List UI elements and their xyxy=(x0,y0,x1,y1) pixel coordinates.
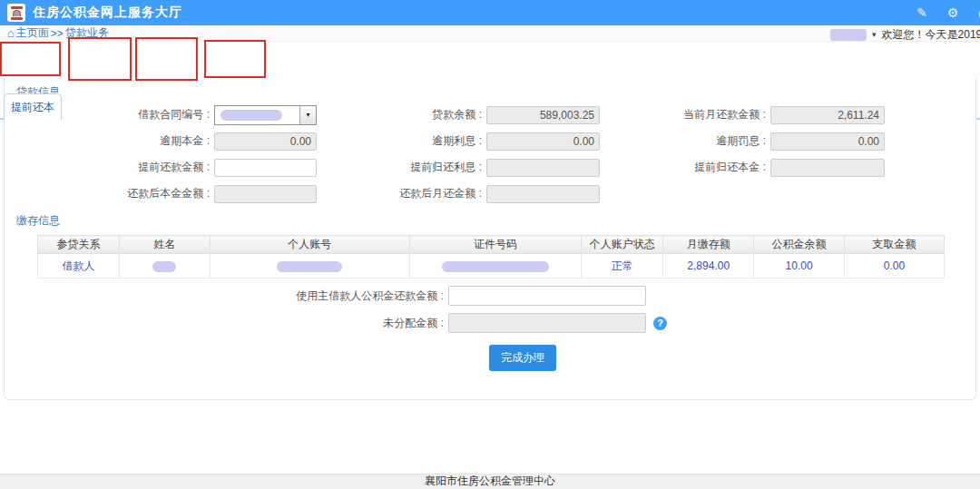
breadcrumb-current: 贷款业务 xyxy=(65,25,109,41)
current-month-repay-cell: 当前月还款金额 : xyxy=(600,106,885,124)
edit-icon[interactable]: ✎ xyxy=(915,5,929,20)
overdue-principal-field xyxy=(214,132,317,151)
user-dropdown-caret-icon[interactable]: ▾ xyxy=(872,30,877,39)
loan-form-row-3: 提前还款金额 : 提前归还利息 : 提前归还本金 : xyxy=(5,154,975,181)
early-return-principal-label: 提前归还本金 : xyxy=(600,160,770,175)
overdue-interest-label: 逾期利息 : xyxy=(317,133,486,149)
user-info: ▾ 欢迎您！今天是2019年1月25日 xyxy=(830,27,980,42)
principal-after-repay-label: 还款后本金金额 : xyxy=(5,186,214,201)
username-redacted[interactable] xyxy=(830,29,867,41)
overdue-principal-label: 逾期本金 : xyxy=(5,133,214,149)
app-header: 住房公积金网上服务大厅 ✎ ⚙ ◉ xyxy=(0,0,980,25)
early-return-principal-field xyxy=(770,159,885,177)
cell-id-number xyxy=(409,254,582,279)
overdue-penalty-label: 逾期罚息 : xyxy=(600,133,770,149)
loan-form-row-1: 借款合同编号 : ▾ 贷款余额 : 当前月还款金额 : xyxy=(5,102,975,128)
cell-relation: 借款人 xyxy=(38,254,120,279)
loan-balance-label: 贷款余额 : xyxy=(317,107,486,122)
cell-account-status: 正常 xyxy=(582,254,663,279)
unallocated-amount-label: 未分配金额 : xyxy=(5,316,448,331)
redacted-id xyxy=(442,261,549,272)
deposit-table-header-row: 参贷关系 姓名 个人账号 证件号码 个人账户状态 月缴存额 公积金余额 支取金额 xyxy=(38,236,945,254)
overdue-penalty-cell: 逾期罚息 : xyxy=(600,132,885,151)
loan-info-title: 贷款信息 xyxy=(5,78,975,102)
fund-repay-amount-input[interactable] xyxy=(448,286,646,306)
col-account-status: 个人账户状态 xyxy=(582,236,663,254)
col-monthly-deposit: 月缴存额 xyxy=(663,236,754,254)
cell-personal-account xyxy=(210,254,409,279)
loan-form-row-4: 还款后本金金额 : 还款后月还金额 : xyxy=(5,181,975,207)
early-repay-amount-label: 提前还款金额 : xyxy=(5,160,214,175)
app-title: 住房公积金网上服务大厅 xyxy=(33,5,182,21)
breadcrumb-separator: >> xyxy=(51,27,64,40)
current-month-repay-label: 当前月还款金额 : xyxy=(600,107,770,122)
overdue-penalty-field xyxy=(770,132,885,151)
unallocated-amount-field xyxy=(448,313,646,333)
early-repay-amount-cell: 提前还款金额 : xyxy=(5,159,317,177)
loan-balance-cell: 贷款余额 : xyxy=(317,106,600,124)
app-window: 住房公积金网上服务大厅 ✎ ⚙ ◉ ⌂ 主页面 >> 贷款业务 ▾ 欢迎您！今天… xyxy=(0,0,980,489)
help-icon[interactable]: ? xyxy=(653,317,667,330)
app-logo-icon xyxy=(7,4,25,22)
tab-early-principal-repay[interactable]: 提前还本 xyxy=(4,93,62,120)
col-id-number: 证件号码 xyxy=(409,236,582,254)
fund-repay-amount-row: 使用主借款人公积金还款金额 : xyxy=(5,286,975,306)
fund-repay-amount-label: 使用主借款人公积金还款金额 : xyxy=(5,289,448,304)
col-name: 姓名 xyxy=(119,236,210,254)
welcome-text: 欢迎您！今天是2019年1月25日 xyxy=(882,27,980,43)
header-icon-group: ✎ ⚙ ◉ xyxy=(915,0,980,25)
early-return-interest-field xyxy=(486,159,600,177)
loan-balance-field xyxy=(486,106,600,124)
unallocated-amount-row: 未分配金额 : ? xyxy=(5,313,975,333)
early-return-interest-label: 提前归还利息 : xyxy=(317,160,486,175)
col-relation: 参贷关系 xyxy=(38,236,120,254)
clipped-icon[interactable]: ◉ xyxy=(976,5,980,20)
breadcrumb: ⌂ 主页面 >> 贷款业务 xyxy=(7,25,109,41)
cell-name xyxy=(119,254,210,279)
early-return-principal-cell: 提前归还本金 : xyxy=(600,159,885,177)
breadcrumb-home-link[interactable]: 主页面 xyxy=(16,25,49,41)
redacted-contract-value xyxy=(220,110,282,121)
overdue-principal-cell: 逾期本金 : xyxy=(5,132,317,151)
tab-strip: 提前还本 提前结清 月对冲 还款账号变更 xyxy=(0,42,980,78)
overdue-interest-field xyxy=(486,132,600,151)
col-personal-account: 个人账号 xyxy=(210,236,409,254)
overdue-interest-cell: 逾期利息 : xyxy=(317,132,600,151)
page-footer: 襄阳市住房公积金管理中心 xyxy=(0,474,980,489)
contract-number-select[interactable]: ▾ xyxy=(214,105,317,125)
principal-after-repay-cell: 还款后本金金额 : xyxy=(5,185,317,203)
submit-button[interactable]: 完成办理 xyxy=(489,345,556,371)
deposit-table-row: 借款人 正常 2,894.00 10.00 0.00 xyxy=(38,254,945,279)
cell-withdraw-amount: 0.00 xyxy=(845,254,945,279)
select-dropdown-icon[interactable]: ▾ xyxy=(299,106,316,124)
logo-bottom-bar xyxy=(11,17,23,20)
monthly-after-repay-cell: 还款后月还金额 : xyxy=(317,185,600,203)
monthly-after-repay-field xyxy=(486,185,600,203)
loan-form-row-2: 逾期本金 : 逾期利息 : 逾期罚息 : xyxy=(5,128,975,154)
redacted-name xyxy=(152,261,176,272)
early-repay-amount-input[interactable] xyxy=(214,159,317,177)
early-return-interest-cell: 提前归还利息 : xyxy=(317,159,600,177)
logo-dome xyxy=(13,10,21,16)
cell-monthly-deposit: 2,894.00 xyxy=(663,254,754,279)
deposit-table: 参贷关系 姓名 个人账号 证件号码 个人账户状态 月缴存额 公积金余额 支取金额… xyxy=(37,235,945,279)
gear-icon[interactable]: ⚙ xyxy=(946,5,960,20)
cell-fund-balance: 10.00 xyxy=(754,254,845,279)
main-panel: 贷款信息 借款合同编号 : ▾ 贷款余额 : 当前月还款金额 : 逾期本金 : xyxy=(4,78,976,400)
monthly-after-repay-label: 还款后月还金额 : xyxy=(317,186,486,201)
home-icon: ⌂ xyxy=(7,27,15,39)
deposit-info-title: 缴存信息 xyxy=(5,207,975,230)
col-fund-balance: 公积金余额 xyxy=(754,236,845,254)
redacted-account xyxy=(277,261,342,272)
principal-after-repay-field xyxy=(214,185,317,203)
col-withdraw-amount: 支取金额 xyxy=(845,236,945,254)
logo-top-bar xyxy=(11,6,23,9)
current-month-repay-field xyxy=(770,106,885,124)
